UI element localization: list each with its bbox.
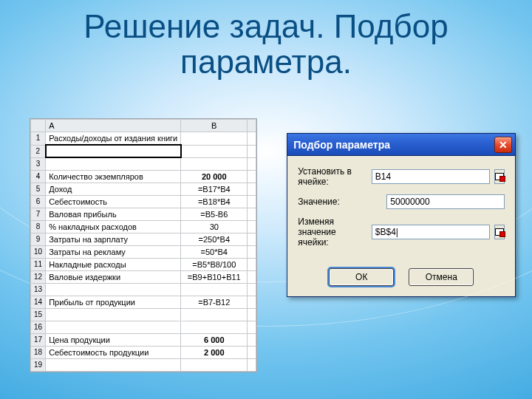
spreadsheet: A B 1Расходы/доходы от издания книги 2 3… [30, 118, 257, 372]
label-setcell: Установить в ячейке: [298, 166, 367, 187]
dialog-body: Установить в ячейке: Значение: Изменяя з… [287, 156, 515, 262]
content-area: A B 1Расходы/доходы от издания книги 2 3… [30, 118, 516, 372]
table-row: 15 [31, 308, 256, 321]
collapse-icon [495, 228, 504, 236]
corner-cell[interactable] [31, 120, 46, 132]
table-row: 17Цена продукции6 000 [31, 333, 256, 346]
table-row: 2 [31, 145, 256, 157]
dialog-buttons: ОК Отмена [287, 262, 515, 296]
table-row: 6Себестоимость=B18*B4 [31, 195, 256, 208]
table-row: 4Количество экземпляров20 000 [31, 170, 256, 183]
table-row: 12Валовые издержки=B9+B10+B11 [31, 270, 256, 283]
input-setcell[interactable] [372, 169, 490, 184]
collapse-icon [495, 173, 504, 180]
table-row: 18Себестоимость продукции2 000 [31, 346, 256, 358]
slide: Решение задач. Подбор параметра. A B 1Ра… [0, 0, 532, 399]
table-row: 19 [31, 358, 256, 371]
close-icon: ✕ [499, 139, 508, 151]
ref-button-changing[interactable] [494, 225, 505, 239]
col-header-b[interactable]: B [181, 120, 248, 132]
row-value: Значение: [298, 194, 505, 209]
table-row: 8% накладных расходов30 [31, 220, 256, 233]
input-value[interactable] [386, 194, 505, 209]
label-value: Значение: [298, 197, 382, 207]
table-row: 7Валовая прибыль=B5-B6 [31, 208, 256, 220]
selected-cell[interactable] [46, 145, 181, 157]
dialog-title: Подбор параметра [293, 139, 390, 151]
cancel-button[interactable]: Отмена [409, 268, 474, 286]
col-header-a[interactable]: A [46, 120, 181, 132]
ok-button[interactable]: ОК [329, 268, 394, 286]
table-row: 5Доход=B17*B4 [31, 183, 256, 195]
table-row: 13 [31, 283, 256, 296]
row-changing: Изменяя значение ячейки: [298, 216, 505, 248]
table-row: 11Накладные расходы=B5*B8/100 [31, 258, 256, 270]
ref-button-setcell[interactable] [494, 169, 505, 184]
close-button[interactable]: ✕ [494, 137, 512, 153]
slide-title: Решение задач. Подбор параметра. [0, 9, 532, 81]
goal-seek-dialog: Подбор параметра ✕ Установить в ячейке: … [287, 133, 516, 297]
title-line-1: Решение задач. Подбор [83, 8, 448, 44]
title-line-2: параметра. [180, 44, 352, 80]
table-row: 14Прибыль от продукции=B7-B12 [31, 296, 256, 308]
row-setcell: Установить в ячейке: [298, 166, 505, 187]
table-row: 1Расходы/доходы от издания книги [31, 132, 256, 146]
col-header-c[interactable] [248, 120, 256, 132]
dialog-titlebar[interactable]: Подбор параметра ✕ [287, 134, 515, 156]
input-changing[interactable] [372, 225, 490, 239]
label-changing: Изменяя значение ячейки: [298, 216, 367, 248]
table-row: 9Затраты на зарплату=250*B4 [31, 233, 256, 245]
table-row: 10Затраты на рекламу=50*B4 [31, 245, 256, 258]
table-row: 3 [31, 157, 256, 170]
table-row: 16 [31, 321, 256, 333]
